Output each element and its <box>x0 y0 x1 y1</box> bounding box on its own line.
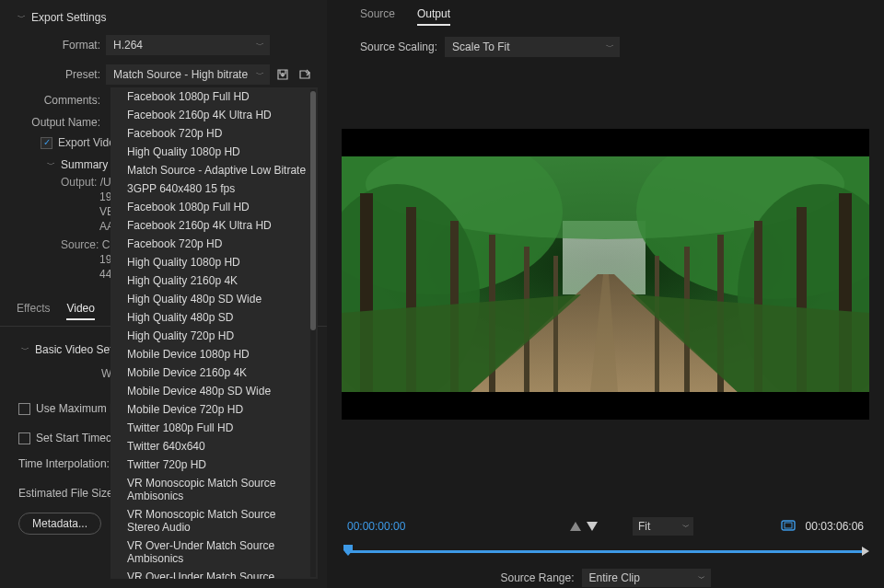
preset-option[interactable]: High Quality 1080p HD <box>110 143 318 161</box>
timecode-duration: 00:03:06:06 <box>806 520 864 533</box>
chevron-down-icon: ﹀ <box>606 41 614 53</box>
preset-option[interactable]: High Quality 1080p HD <box>110 253 318 271</box>
tab-output[interactable]: Output <box>417 7 450 26</box>
preset-option[interactable]: VR Monoscopic Match Source Ambisonics <box>110 474 318 505</box>
chevron-down-icon: ﹀ <box>17 12 26 24</box>
svg-marker-23 <box>570 522 581 531</box>
summary-title: Summary <box>61 158 108 171</box>
format-label: Format: <box>0 39 106 52</box>
preset-option[interactable]: Facebook 2160p 4K Ultra HD <box>110 216 318 235</box>
video-preview <box>342 129 869 420</box>
source-prefix: Source: <box>61 238 99 251</box>
basic-video-title: Basic Video Setti <box>35 343 119 356</box>
preset-option[interactable]: VR Monoscopic Match Source Stereo Audio <box>110 505 318 536</box>
preset-option[interactable]: Mobile Device 720p HD <box>110 400 318 419</box>
tab-source[interactable]: Source <box>360 7 395 26</box>
chevron-down-icon: ﹀ <box>698 573 705 583</box>
tab-effects[interactable]: Effects <box>17 302 50 320</box>
preset-option[interactable]: VR Over-Under Match Source Ambisonics <box>110 536 318 568</box>
preset-option[interactable]: Mobile Device 2160p 4K <box>110 363 318 382</box>
source-range-label: Source Range: <box>500 571 574 584</box>
preview-tabs: Source Output <box>327 0 884 29</box>
svg-rect-14 <box>553 256 558 392</box>
preset-option[interactable]: Match Source - Adaptive Low Bitrate <box>110 161 318 179</box>
preset-option[interactable]: Mobile Device 1080p HD <box>110 345 318 363</box>
chevron-down-icon: ﹀ <box>682 522 690 532</box>
set-start-tc-checkbox[interactable] <box>18 432 30 444</box>
zoom-fit-value: Fit <box>638 520 650 533</box>
preset-option[interactable]: Mobile Device 480p SD Wide <box>110 382 318 400</box>
svg-rect-26 <box>785 523 792 528</box>
scrollbar-thumb[interactable] <box>310 91 316 330</box>
source-scaling-label: Source Scaling: <box>360 40 437 53</box>
safe-margins-icon[interactable] <box>781 520 796 534</box>
preset-option[interactable]: Facebook 720p HD <box>110 124 318 143</box>
preset-option[interactable]: High Quality 2160p 4K <box>110 271 318 290</box>
svg-marker-28 <box>862 547 869 556</box>
preset-option[interactable]: Facebook 1080p Full HD <box>110 198 318 216</box>
timeline[interactable] <box>342 545 869 558</box>
export-video-checkbox[interactable] <box>41 137 52 149</box>
preset-option[interactable]: Twitter 640x640 <box>110 437 318 455</box>
source-range-select[interactable]: Entire Clip ﹀ <box>582 569 711 587</box>
zoom-fit-select[interactable]: Fit ﹀ <box>633 517 693 536</box>
preset-value: Match Source - High bitrate <box>113 68 248 81</box>
preview-panel: Source Output Source Scaling: Scale To F… <box>327 0 884 588</box>
svg-marker-27 <box>343 545 353 556</box>
tab-video[interactable]: Video <box>66 302 94 320</box>
preset-dropdown: Facebook 1080p Full HDFacebook 2160p 4K … <box>110 87 318 579</box>
timecode-current[interactable]: 00:00:00:00 <box>342 520 526 533</box>
export-settings-title: Export Settings <box>31 11 106 24</box>
transport-bar: 00:00:00:00 Fit ﹀ 00:03:06:06 Source Ran… <box>342 515 869 580</box>
preset-option[interactable]: Twitter 720p HD <box>110 455 318 474</box>
format-select[interactable]: H.264 ﹀ <box>106 35 270 55</box>
source-range-value: Entire Clip <box>589 571 640 584</box>
chevron-down-icon: ﹀ <box>46 159 55 171</box>
dropdown-scrollbar[interactable] <box>310 89 316 577</box>
source-scaling-select[interactable]: Scale To Fit ﹀ <box>445 37 620 57</box>
save-preset-icon[interactable] <box>273 65 292 84</box>
time-interp-label: Time Interpolation: <box>18 457 110 470</box>
out-point-icon[interactable] <box>862 547 869 556</box>
in-out-markers[interactable] <box>570 522 598 531</box>
svg-rect-20 <box>655 256 659 392</box>
preset-select[interactable]: Match Source - High bitrate ﹀ <box>106 64 270 85</box>
chevron-down-icon: ﹀ <box>20 344 29 356</box>
output-name-label: Output Name: <box>0 116 106 129</box>
preset-option[interactable]: High Quality 480p SD Wide <box>110 290 318 308</box>
preset-option[interactable]: High Quality 720p HD <box>110 327 318 345</box>
svg-marker-24 <box>587 522 598 531</box>
source-scaling-value: Scale To Fit <box>452 40 509 53</box>
comments-label: Comments: <box>0 94 106 107</box>
chevron-down-icon: ﹀ <box>256 69 264 81</box>
preset-option[interactable]: 3GPP 640x480 15 fps <box>110 179 318 198</box>
est-size-label: Estimated File Size: <box>18 487 116 500</box>
preview-frame <box>342 156 869 392</box>
preset-option[interactable]: High Quality 480p SD <box>110 308 318 327</box>
import-preset-icon[interactable] <box>296 65 314 84</box>
preset-option[interactable]: Facebook 1080p Full HD <box>110 87 318 106</box>
use-max-render-checkbox[interactable] <box>18 403 30 415</box>
metadata-button[interactable]: Metadata... <box>18 513 101 535</box>
timeline-track[interactable] <box>345 550 866 553</box>
chevron-down-icon: ﹀ <box>256 40 264 52</box>
preset-option[interactable]: Twitter 1080p Full HD <box>110 419 318 437</box>
preset-option[interactable]: Facebook 720p HD <box>110 235 318 253</box>
preset-label: Preset: <box>0 68 106 81</box>
playhead[interactable] <box>343 545 353 554</box>
output-prefix: Output: <box>61 176 97 189</box>
preset-option[interactable]: VR Over-Under Match Source Stereo Audio <box>110 568 318 579</box>
preset-option[interactable]: Facebook 2160p 4K Ultra HD <box>110 106 318 124</box>
export-settings-header[interactable]: ﹀ Export Settings <box>0 7 327 28</box>
format-value: H.264 <box>113 39 143 52</box>
